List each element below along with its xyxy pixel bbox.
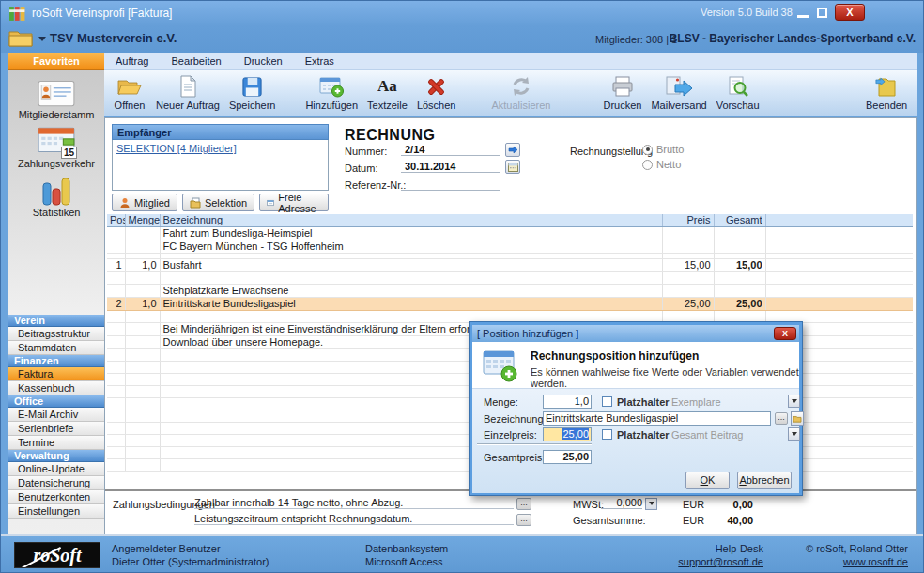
- platzhalter-menge-dropdown[interactable]: [788, 395, 800, 408]
- cell-menge: [125, 410, 160, 423]
- sidebar-item-zahlungsverkehr[interactable]: 15 Zahlungsverkehr: [8, 126, 104, 173]
- delete-button[interactable]: Löschen: [412, 72, 461, 113]
- col-pos[interactable]: Pos: [107, 214, 125, 227]
- text-line-button[interactable]: Aa Textzeile: [362, 72, 412, 113]
- table-row[interactable]: Fahrt zum Bundesliga-Heimspiel: [107, 227, 913, 240]
- exit-button[interactable]: Beenden: [861, 72, 912, 113]
- selection-button[interactable]: Selektion: [182, 194, 254, 211]
- cell-gesamt: 25,00: [714, 298, 765, 311]
- col-preis[interactable]: Preis: [662, 214, 714, 227]
- nummer-field[interactable]: 2/14: [401, 144, 500, 156]
- platzhalter-preis-label: Platzhalter: [617, 429, 670, 441]
- sidebar-item-termine[interactable]: Termine: [8, 436, 104, 450]
- payment-line-2-browse[interactable]: ...: [516, 514, 531, 526]
- mwst-field[interactable]: 0,000: [601, 497, 642, 509]
- nummer-next-button[interactable]: [505, 143, 520, 157]
- menu-extras[interactable]: Extras: [294, 53, 346, 70]
- sidebar-item-mitgliederstamm[interactable]: Mitgliederstamm: [8, 77, 104, 124]
- new-order-button[interactable]: Neuer Auftrag: [151, 72, 224, 113]
- close-button[interactable]: X: [835, 4, 865, 21]
- menu-bearbeiten[interactable]: Bearbeiten: [160, 53, 232, 70]
- table-row[interactable]: 1 1,0 Busfahrt 15,00 15,00: [107, 259, 913, 272]
- exit-icon: [874, 74, 899, 99]
- cell-filler: [765, 285, 913, 298]
- preview-button[interactable]: Vorschau: [712, 72, 764, 113]
- sidebar-item-faktura[interactable]: Faktura: [8, 367, 104, 381]
- club-dropdown-caret[interactable]: [38, 37, 46, 45]
- cancel-button[interactable]: Abbrechen: [737, 472, 792, 489]
- datum-field[interactable]: 30.11.2014: [401, 161, 500, 173]
- dialog-header: Rechnungsposition hinzufügen Es können w…: [472, 342, 799, 389]
- radio-dot-icon: [642, 160, 653, 170]
- sidebar-item-serienbriefe[interactable]: Serienbriefe: [8, 422, 104, 436]
- support-email-link[interactable]: support@rosoft.de: [670, 555, 763, 568]
- mwst-dropdown-button[interactable]: [645, 498, 657, 510]
- table-row[interactable]: 2 1,0 Eintrittskarte Bundesligaspiel 25,…: [107, 298, 913, 311]
- cell-bezeichnung: Stehplatzkarte Erwachsene: [160, 285, 662, 298]
- cell-menge: [125, 336, 160, 349]
- person-icon: [119, 197, 131, 209]
- floppy-disk-icon: [241, 74, 263, 99]
- radio-netto[interactable]: Netto: [642, 159, 681, 170]
- bezeichnung-browse-button[interactable]: ...: [775, 412, 788, 425]
- col-bezeichnung[interactable]: Bezeichnung: [160, 214, 662, 227]
- chevron-down-icon: [792, 432, 797, 439]
- payment-line-2[interactable]: Leistungszeitraum entspricht Rechnungsda…: [194, 513, 514, 525]
- add-position-dialog: [ Position hinzufügen ] X Rechnungsposit…: [469, 321, 803, 496]
- dialog-close-button[interactable]: X: [774, 327, 796, 340]
- sidebar-item-statistiken[interactable]: Statistiken: [8, 175, 104, 222]
- cell-pos: 1: [107, 259, 125, 272]
- table-header-row: Pos Menge Bezeichnung Preis Gesamt: [107, 214, 913, 227]
- platzhalter-preis-value[interactable]: Gesamt Beitrag: [671, 429, 743, 441]
- mail-send-button[interactable]: Mailversand: [646, 72, 711, 113]
- payment-line-1[interactable]: Zahlbar innerhalb 14 Tage netto, ohne Ab…: [194, 497, 514, 509]
- save-button[interactable]: Speichern: [224, 72, 281, 113]
- window-title: roSoft Vereinsprofi [Faktura]: [32, 7, 172, 20]
- sidebar-item-email-archiv[interactable]: E-Mail Archiv: [8, 408, 104, 422]
- cell-menge: [125, 323, 160, 336]
- menu-drucken[interactable]: Drucken: [233, 53, 294, 70]
- bezeichnung-folder-button[interactable]: [791, 411, 804, 426]
- sidebar-item-online-update[interactable]: Online-Update: [8, 462, 104, 476]
- cell-filler: [765, 298, 913, 311]
- col-menge[interactable]: Menge: [125, 214, 160, 227]
- datum-calendar-button[interactable]: [505, 160, 520, 174]
- platzhalter-preis-dropdown[interactable]: [788, 427, 800, 441]
- cell-pos: [107, 323, 125, 336]
- bezeichnung-input[interactable]: Eintrittskarte Bundesligaspiel: [543, 411, 771, 426]
- radio-brutto[interactable]: Brutto: [642, 144, 684, 155]
- open-button[interactable]: Öffnen: [108, 72, 151, 113]
- col-gesamt[interactable]: Gesamt: [714, 214, 765, 227]
- maximize-button[interactable]: [817, 8, 827, 18]
- recipient-selection-link[interactable]: SELEKTION [4 Mitglieder]: [116, 143, 237, 154]
- website-link[interactable]: www.rosoft.de: [777, 555, 908, 568]
- club-folder-icon[interactable]: [8, 29, 33, 47]
- payment-line-1-browse[interactable]: ...: [516, 498, 531, 510]
- print-button[interactable]: Drucken: [598, 72, 646, 113]
- platzhalter-menge-value[interactable]: Exemplare: [671, 396, 721, 408]
- referenz-field[interactable]: [401, 178, 500, 191]
- sidebar-item-datensicherung[interactable]: Datensicherung: [8, 476, 104, 490]
- sidebar-item-benutzerkonten[interactable]: Benutzerkonten: [8, 490, 104, 504]
- sidebar-item-beitragsstruktur[interactable]: Beitragsstruktur: [8, 327, 104, 341]
- add-position-button[interactable]: Hinzufügen: [300, 72, 362, 113]
- table-row[interactable]: Stehplatzkarte Erwachsene: [107, 285, 913, 298]
- menu-auftrag[interactable]: Auftrag: [104, 53, 160, 70]
- minimize-button[interactable]: [797, 15, 809, 18]
- table-row[interactable]: FC Bayern München - TSG Hoffenheim: [107, 240, 913, 254]
- platzhalter-menge-checkbox[interactable]: [602, 396, 612, 407]
- menge-input[interactable]: 1,0: [543, 395, 592, 409]
- sidebar-item-einstellungen[interactable]: Einstellungen: [8, 504, 104, 519]
- cell-bezeichnung: FC Bayern München - TSG Hoffenheim: [160, 240, 662, 254]
- app-icon: [8, 5, 26, 23]
- einzelpreis-input[interactable]: 25,00: [543, 427, 592, 441]
- dialog-title-bar[interactable]: [ Position hinzufügen ] X: [472, 325, 799, 342]
- table-row[interactable]: [107, 272, 913, 285]
- sidebar-item-stammdaten[interactable]: Stammdaten: [8, 341, 104, 355]
- platzhalter-preis-checkbox[interactable]: [602, 429, 612, 440]
- cell-preis: 15,00: [662, 259, 714, 272]
- ok-button[interactable]: OK: [685, 472, 730, 489]
- free-address-button[interactable]: Freie Adresse: [259, 194, 329, 211]
- member-button[interactable]: Mitglied: [112, 194, 177, 211]
- sidebar-item-kassenbuch[interactable]: Kassenbuch: [8, 381, 104, 395]
